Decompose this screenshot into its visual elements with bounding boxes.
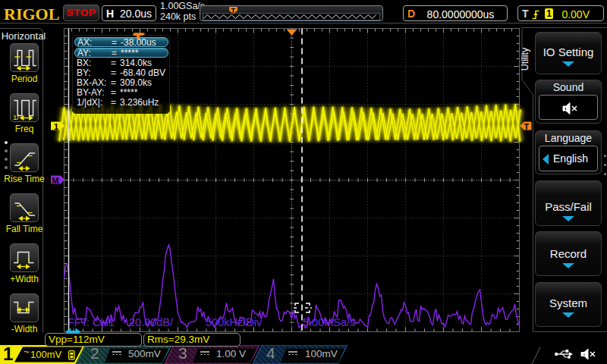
svg-text:5.00MSa/s: 5.00MSa/s <box>303 316 355 328</box>
svg-text:20.00dB/: 20.00dB/ <box>129 316 174 328</box>
svg-text:1: 1 <box>54 122 58 131</box>
svg-text:M: M <box>52 176 59 185</box>
svg-text:FFT: CH1: FFT: CH1 <box>68 316 115 328</box>
svg-text:1/: 1/ <box>13 113 19 121</box>
svg-text:T: T <box>231 7 236 14</box>
svg-text:500kHz/Div: 500kHz/Div <box>206 316 263 328</box>
